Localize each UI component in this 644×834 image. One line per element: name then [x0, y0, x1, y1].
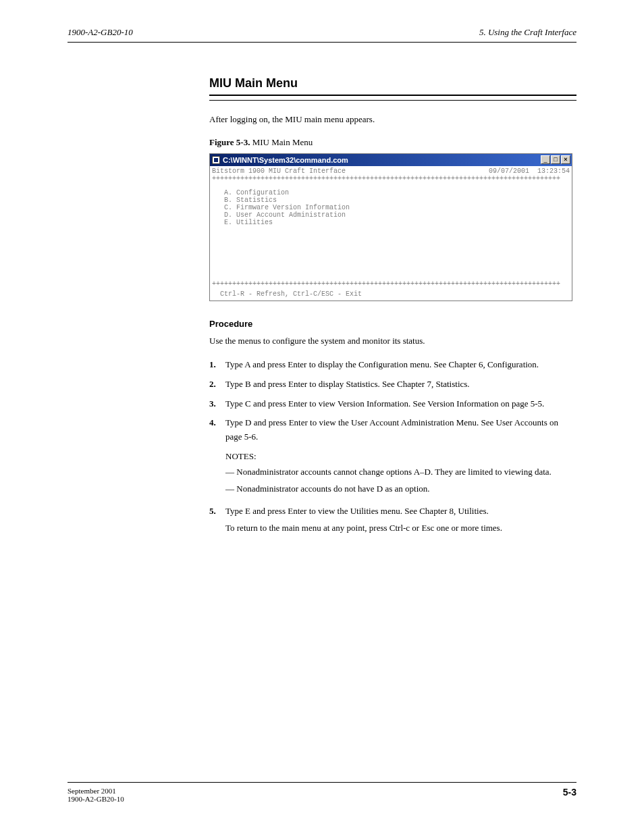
- procedure-intro: Use the menus to configure the system an…: [209, 334, 576, 348]
- console-window: C:\WINNT\System32\command.com _ □ × Bits…: [209, 153, 572, 301]
- figure-caption: Figure 5-3. MIU Main Menu: [209, 137, 576, 148]
- titlebar: C:\WINNT\System32\command.com _ □ ×: [210, 154, 572, 166]
- minimize-button[interactable]: _: [541, 155, 550, 164]
- footer-date: September 2001: [68, 787, 116, 795]
- section-divider-thin: [209, 100, 576, 101]
- menu-item[interactable]: B. Statistics: [224, 197, 570, 204]
- footer-divider: [68, 782, 576, 783]
- procedure-list: 1. Type A and press Enter to display the…: [209, 358, 576, 536]
- console-header-date: 09/07/2001: [489, 167, 529, 175]
- note-item: — Nonadministrator accounts do not have …: [225, 482, 576, 496]
- console-content: Bitstorm 1900 MIU Craft Interface 09/07/…: [210, 166, 572, 301]
- step-number: 4.: [209, 416, 225, 499]
- note-item: — Nonadministrator accounts cannot chang…: [225, 465, 576, 479]
- menu-item[interactable]: A. Configuration: [224, 189, 570, 197]
- step-number: 2.: [209, 377, 225, 392]
- console-header-left: Bitstorm 1900 MIU Craft Interface: [212, 167, 346, 175]
- step-subtext: To return to the main menu at any point,…: [225, 521, 576, 536]
- app-icon: [212, 156, 220, 164]
- step-number: 1.: [209, 358, 225, 372]
- figure-label: Figure 5-3.: [209, 137, 250, 147]
- step-text: Type D and press Enter to view the User …: [225, 417, 558, 442]
- step-text: Type A and press Enter to display the Co…: [225, 358, 576, 372]
- section-divider-thick: [209, 95, 576, 96]
- step-number: 5.: [209, 504, 225, 536]
- step-text: Type C and press Enter to view Version I…: [225, 397, 576, 411]
- step-number: 3.: [209, 397, 225, 411]
- maximize-button[interactable]: □: [551, 155, 560, 164]
- close-button[interactable]: ×: [561, 155, 570, 164]
- header-chapter: 5. Using the Craft Interface: [479, 27, 576, 38]
- header-divider: [68, 42, 576, 43]
- console-footer-hint: Ctrl-R - Refresh, Ctrl-C/ESC - Exit: [220, 290, 362, 298]
- figure-caption-text: MIU Main Menu: [252, 137, 313, 147]
- procedure-title: Procedure: [209, 319, 576, 329]
- menu-item[interactable]: D. User Account Administration: [224, 211, 570, 219]
- step-text: Type E and press Enter to view the Utili…: [225, 506, 489, 516]
- notes-label: NOTES:: [225, 450, 576, 463]
- console-divider-bottom: ++++++++++++++++++++++++++++++++++++++++…: [212, 280, 570, 288]
- window-title: C:\WINNT\System32\command.com: [223, 156, 541, 164]
- intro-text: After logging on, the MIU main menu appe…: [209, 113, 576, 126]
- menu-item[interactable]: C. Firmware Version Information: [224, 204, 570, 211]
- footer-doc-id: 1900-A2-GB20-10: [68, 795, 124, 803]
- console-menu: A. Configuration B. Statistics C. Firmwa…: [224, 189, 570, 226]
- console-divider-top: ++++++++++++++++++++++++++++++++++++++++…: [212, 175, 570, 182]
- console-header-time: 13:23:54: [537, 167, 570, 175]
- menu-item[interactable]: E. Utilities: [224, 219, 570, 226]
- section-title: MIU Main Menu: [209, 76, 576, 90]
- step-text: Type B and press Enter to display Statis…: [225, 377, 576, 392]
- footer-page-number: 5-3: [563, 787, 576, 798]
- header-doc-id: 1900-A2-GB20-10: [68, 27, 133, 38]
- page-footer: September 2001 1900-A2-GB20-10 5-3: [68, 782, 576, 803]
